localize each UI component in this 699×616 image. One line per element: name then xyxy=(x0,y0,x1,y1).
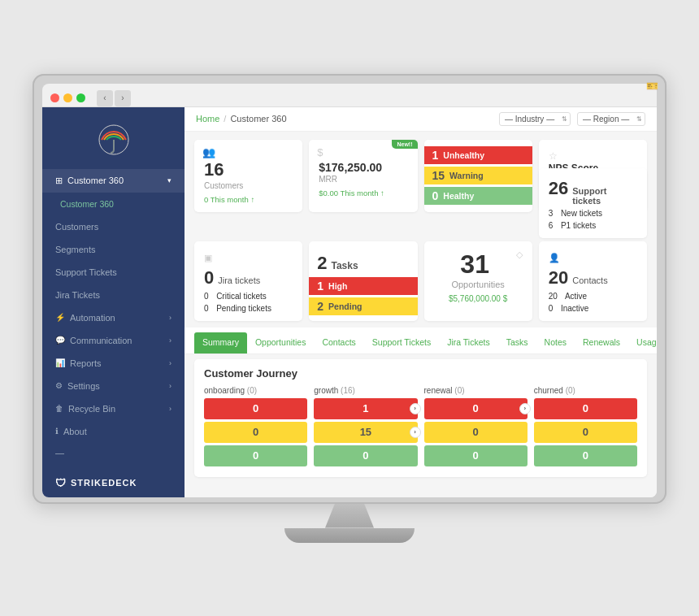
sidebar-item-label: Support Tickets xyxy=(55,267,117,277)
stats-row-2: ▣ 0 Jira tickets 0 Critical tickets 0 Pe… xyxy=(185,241,657,328)
tab-tasks[interactable]: Tasks xyxy=(498,332,536,354)
chart-icon: 📊 xyxy=(55,358,65,367)
unhealthy-count: 1 xyxy=(432,149,439,162)
monitor-screen: ‹ › xyxy=(33,74,666,504)
sidebar: ⊞ Customer 360 ▾ Customer 360 Customers … xyxy=(42,107,185,497)
contacts-card: 👤 20 Contacts 20 Active 0 Inactive xyxy=(539,241,647,321)
sidebar-item-recycle-bin[interactable]: 🗑 Recycle Bin › xyxy=(42,397,185,420)
browser-forward-button[interactable]: › xyxy=(115,90,131,106)
sidebar-item-segments[interactable]: Segments xyxy=(42,238,185,261)
journey-bar-churned-green: 0 xyxy=(534,445,637,466)
sidebar-item-automation[interactable]: ⚡ Automation › xyxy=(42,306,185,329)
tab-support-tickets[interactable]: Support Tickets xyxy=(364,332,439,354)
tasks-high-row: 1 High xyxy=(309,277,417,295)
industry-select-wrapper[interactable]: — Industry — xyxy=(499,112,571,126)
trash-icon: 🗑 xyxy=(55,404,63,413)
sidebar-item-label: Recycle Bin xyxy=(68,404,115,414)
customers-label: Customers xyxy=(204,181,293,190)
browser-chrome: ‹ › xyxy=(42,84,657,107)
stand-base xyxy=(284,528,415,543)
sidebar-item-label: Customer 360 xyxy=(67,176,124,185)
breadcrumb-home[interactable]: Home xyxy=(196,114,219,124)
sidebar-item-label: Jira Tickets xyxy=(55,290,100,300)
jira-pending-row: 0 Pending tickets xyxy=(204,304,293,313)
journey-bar-renewal-green: 0 xyxy=(424,445,528,466)
info-icon: ℹ xyxy=(55,427,59,436)
traffic-light-close[interactable] xyxy=(50,93,59,102)
sidebar-item-customer360-child[interactable]: Customer 360 xyxy=(42,193,185,215)
sidebar-item-label: Reports xyxy=(70,358,102,368)
journey-col-count-growth: (16) xyxy=(341,386,355,395)
sidebar-item-label: Customers xyxy=(55,222,98,232)
sidebar-item-about[interactable]: ℹ About xyxy=(42,420,185,443)
support-p1-label: P1 tickets xyxy=(561,221,596,230)
opportunities-card: ◇ 31 Opportunities $5,760,000.00 $ xyxy=(424,241,532,321)
jira-critical-count: 0 xyxy=(204,292,209,301)
main-content: Home / Customer 360 — Industry — — Reg xyxy=(185,107,657,497)
industry-select[interactable]: — Industry — xyxy=(499,112,571,126)
region-select[interactable]: — Region — xyxy=(577,112,645,126)
contacts-number: 20 xyxy=(549,267,568,288)
sidebar-item-customer360[interactable]: ⊞ Customer 360 ▾ xyxy=(42,169,185,193)
sidebar-item-label: Settings xyxy=(67,381,100,391)
jira-critical-row: 0 Critical tickets xyxy=(204,292,293,301)
tab-contacts[interactable]: Contacts xyxy=(314,332,363,354)
journey-col-label-onboarding: onboarding xyxy=(204,386,245,395)
tab-renewals[interactable]: Renewals xyxy=(575,332,628,354)
sidebar-item-label: Communication xyxy=(70,336,132,345)
sidebar-item-jira-tickets[interactable]: Jira Tickets xyxy=(42,284,185,306)
support-new-label: New tickets xyxy=(561,209,602,218)
traffic-light-maximize[interactable] xyxy=(76,93,85,102)
mrr-label: MRR xyxy=(319,175,407,184)
journey-bar-onboarding-red: 0 xyxy=(204,398,307,419)
warning-count: 15 xyxy=(432,169,445,182)
sidebar-item-support-tickets[interactable]: Support Tickets xyxy=(42,261,185,284)
journey-col-header-growth: growth (16) xyxy=(314,386,417,395)
traffic-light-minimize[interactable] xyxy=(63,93,72,102)
contacts-active-label: Active xyxy=(565,292,587,301)
journey-columns: onboarding (0) 0 0 0 growth (16) xyxy=(204,386,637,469)
health-card: 1 Unhealthy 15 Warning 0 Healthy xyxy=(424,140,532,212)
topbar: Home / Customer 360 — Industry — — Reg xyxy=(185,107,657,132)
tab-notes[interactable]: Notes xyxy=(536,332,575,354)
journey-col-count-renewal: (0) xyxy=(454,386,464,395)
support-tickets-card: 🎫 26 Support tickets 3 New tickets 6 P1 … xyxy=(539,168,647,238)
journey-bar-renewal-yellow: 0 xyxy=(424,422,528,443)
journey-col-onboarding: onboarding (0) 0 0 0 xyxy=(204,386,307,469)
new-badge: New!! xyxy=(392,140,417,149)
users-icon: 👥 xyxy=(202,146,215,158)
sidebar-item-customers[interactable]: Customers xyxy=(42,215,185,238)
tab-jira-tickets[interactable]: Jira Tickets xyxy=(439,332,498,354)
journey-arrow-growth-red[interactable]: › xyxy=(410,403,421,414)
tasks-high-count: 1 xyxy=(317,280,323,293)
jira-critical-label: Critical tickets xyxy=(216,292,267,301)
logo-umbrella-icon xyxy=(98,124,130,156)
browser-back-button[interactable]: ‹ xyxy=(97,90,113,106)
healthy-count: 0 xyxy=(432,189,439,202)
chevron-right-icon: › xyxy=(169,336,171,345)
journey-col-count-onboarding: (0) xyxy=(247,386,257,395)
sidebar-item-label: Segments xyxy=(55,245,96,254)
contacts-inactive-count: 0 xyxy=(549,304,554,313)
sidebar-item-communication[interactable]: 💬 Communication › xyxy=(42,329,185,352)
breadcrumb-current: Customer 360 xyxy=(230,114,286,124)
topbar-right: — Industry — — Region — xyxy=(499,112,645,126)
tab-opportunities[interactable]: Opportunities xyxy=(247,332,314,354)
traffic-lights xyxy=(50,93,85,102)
tabs-row: Summary Opportunities Contacts Support T… xyxy=(185,328,657,354)
tasks-pending-label: Pending xyxy=(328,301,362,311)
region-select-wrapper[interactable]: — Region — xyxy=(577,112,645,126)
tab-summary[interactable]: Summary xyxy=(194,332,247,354)
journey-arrow-growth-yellow[interactable]: › xyxy=(410,427,421,438)
sidebar-item-reports[interactable]: 📊 Reports › xyxy=(42,352,185,375)
tab-usage[interactable]: Usage xyxy=(628,332,657,354)
jira-pending-label: Pending tickets xyxy=(216,304,271,313)
support-number: 26 xyxy=(549,178,568,199)
gear-icon: ⚙ xyxy=(55,381,63,390)
health-warning-row: 15 Warning xyxy=(424,167,532,184)
journey-arrow-renewal-red[interactable]: › xyxy=(519,403,531,414)
sidebar-item-settings[interactable]: ⚙ Settings › xyxy=(42,375,185,397)
support-p1-row: 6 P1 tickets xyxy=(549,221,637,230)
unhealthy-label: Unhealthy xyxy=(443,150,484,160)
mrr-number: $176,250.00 xyxy=(319,159,407,174)
